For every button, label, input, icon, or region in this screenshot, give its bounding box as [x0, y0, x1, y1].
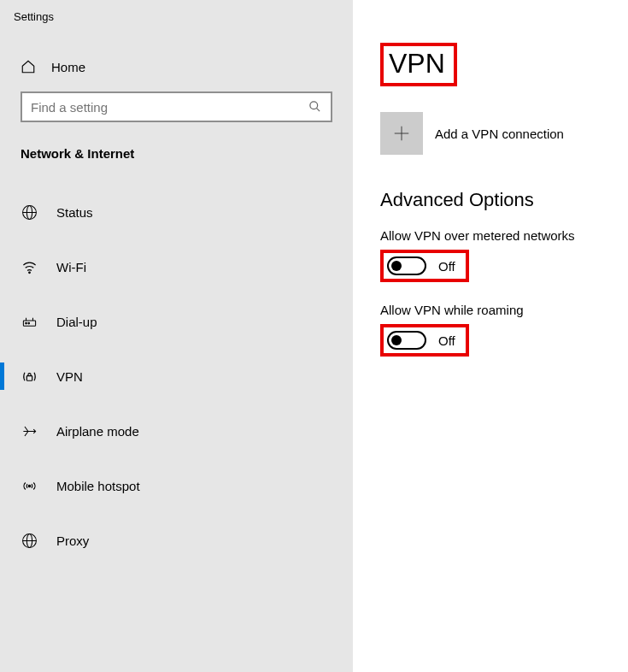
search-box[interactable]	[21, 91, 332, 122]
page-title-highlight: VPN	[380, 43, 457, 86]
toggle-roaming[interactable]	[387, 331, 426, 350]
sidebar-item-hotspot[interactable]: Mobile hotspot	[0, 465, 353, 506]
svg-point-7	[25, 322, 26, 324]
hotspot-icon	[21, 477, 38, 494]
toggle-roaming-label: Allow VPN while roaming	[380, 303, 611, 317]
app-title: Settings	[0, 10, 353, 27]
home-icon	[21, 59, 36, 74]
add-vpn-label: Add a VPN connection	[435, 127, 564, 141]
sidebar-item-status[interactable]: Status	[0, 192, 353, 233]
section-header: Network & Internet	[0, 122, 353, 171]
sidebar-item-label: Mobile hotspot	[56, 479, 140, 493]
sidebar: Settings Home Network & Internet Status …	[0, 0, 353, 672]
home-nav[interactable]: Home	[0, 47, 353, 81]
toggle-metered-group: Allow VPN over metered networks Off	[380, 228, 611, 282]
sidebar-item-label: Dial-up	[56, 315, 97, 329]
toggle-metered-state: Off	[438, 259, 455, 274]
sidebar-item-airplane[interactable]: Airplane mode	[0, 410, 353, 451]
wifi-icon	[21, 258, 38, 275]
dialup-icon	[21, 313, 38, 330]
globe-icon	[21, 203, 38, 221]
toggle-roaming-group: Allow VPN while roaming Off	[380, 303, 611, 357]
svg-point-8	[27, 322, 29, 324]
svg-rect-9	[26, 375, 32, 380]
toggle-metered-highlight: Off	[380, 250, 469, 282]
toggle-roaming-state: Off	[438, 333, 455, 348]
sidebar-item-label: Wi-Fi	[56, 260, 86, 274]
add-tile	[380, 112, 423, 155]
search-input[interactable]	[31, 100, 308, 115]
plus-icon	[392, 124, 411, 143]
sidebar-item-dialup[interactable]: Dial-up	[0, 301, 353, 342]
sidebar-item-vpn[interactable]: VPN	[0, 356, 353, 397]
sidebar-item-label: Airplane mode	[56, 424, 139, 439]
svg-point-10	[28, 485, 30, 486]
main-content: VPN Add a VPN connection Advanced Option…	[353, 0, 628, 672]
sidebar-item-proxy[interactable]: Proxy	[0, 520, 353, 561]
sidebar-item-label: Status	[56, 205, 93, 220]
toggle-metered[interactable]	[387, 256, 426, 275]
sidebar-item-label: Proxy	[56, 533, 89, 548]
vpn-icon	[21, 368, 38, 385]
svg-point-0	[310, 102, 318, 109]
page-title: VPN	[389, 48, 445, 80]
home-label: Home	[51, 60, 85, 74]
svg-point-5	[28, 272, 30, 274]
add-vpn-button[interactable]: Add a VPN connection	[380, 112, 611, 155]
toggle-knob	[391, 335, 402, 345]
airplane-icon	[21, 422, 38, 439]
nav-list: Status Wi-Fi Dial-up VPN Airplane mode	[0, 192, 353, 561]
search-icon	[308, 100, 322, 114]
toggle-roaming-highlight: Off	[380, 324, 469, 357]
toggle-knob	[391, 261, 402, 271]
toggle-metered-label: Allow VPN over metered networks	[380, 228, 611, 243]
svg-line-1	[316, 108, 320, 111]
proxy-icon	[21, 532, 38, 549]
advanced-options-header: Advanced Options	[380, 189, 611, 211]
sidebar-item-wifi[interactable]: Wi-Fi	[0, 246, 353, 287]
sidebar-item-label: VPN	[56, 369, 83, 384]
